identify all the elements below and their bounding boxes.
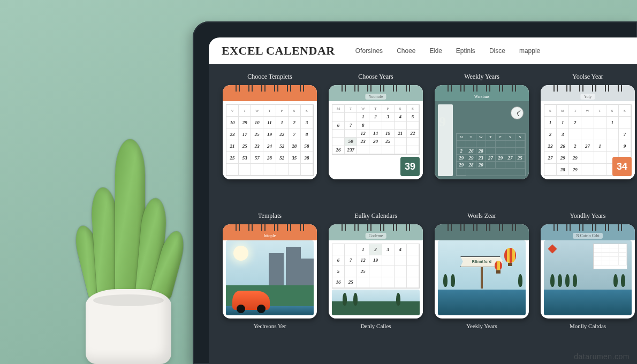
tile-title: Yondhy Years — [570, 212, 606, 220]
calendar-grid: 12346712195251625 — [332, 244, 420, 289]
scene-illustration — [544, 240, 632, 315]
scene-illustration: Rlinntford — [438, 240, 526, 315]
nav-link-0[interactable]: Oforsines — [355, 47, 383, 55]
card-head-label: Wiratnas — [471, 94, 493, 100]
screen: EXCEL CALENDAR Oforsines Choee Ekie Epti… — [209, 37, 637, 364]
card-head-label: Codeme — [366, 233, 386, 239]
template-card[interactable]: hitople — [223, 224, 317, 318]
tile-title: Worls Zear — [467, 212, 496, 220]
nav-link-5[interactable]: mapple — [519, 47, 540, 55]
nav-link-1[interactable]: Choee — [397, 47, 415, 55]
tile-caption: Denly Calles — [360, 323, 391, 329]
tile-title: Choose Years — [358, 73, 393, 81]
card-head-label: hitople — [261, 233, 279, 239]
spiral-binding-icon — [435, 224, 529, 233]
card-head-label: Yoly — [580, 94, 595, 100]
spiral-binding-icon — [223, 85, 317, 94]
spiral-binding-icon — [541, 224, 635, 233]
week-number: 9 — [439, 114, 446, 130]
spiral-binding-icon — [223, 224, 317, 233]
brand-title: EXCEL CALENDAR — [222, 44, 335, 58]
scene-illustration — [226, 240, 314, 315]
tile-templats: Templats hitople — [221, 212, 319, 338]
card-head-label: Yoonofe — [365, 94, 386, 100]
tile-title: Templats — [258, 212, 282, 220]
card-head-label: N Catrin Crht — [573, 233, 603, 239]
mini-calendar-icon — [593, 244, 627, 269]
tile-eulky-calendars: Eulky Calendars Codeme 12346712195251625 — [327, 212, 425, 338]
balloon-icon — [495, 261, 502, 270]
template-card[interactable]: Wiratnas 9 MTWTFSS2262829292327292725292… — [435, 85, 529, 179]
template-card[interactable]: VTWTFSS102910111232317251922782125232452… — [223, 85, 317, 179]
calendar-grid: VTWTFSS102910111232317251922782125232452… — [226, 104, 314, 176]
top-bar: EXCEL CALENDAR Oforsines Choee Ekie Epti… — [209, 37, 637, 64]
tile-worls-zear: Worls Zear Rlinntford — [433, 212, 531, 338]
day-badge: 39 — [400, 157, 420, 176]
tile-title: Eulky Calendars — [354, 212, 397, 220]
nav-link-2[interactable]: Ekie — [430, 47, 442, 55]
template-card[interactable]: Codeme 12346712195251625 — [329, 224, 423, 318]
tile-title: Yoolse Year — [572, 73, 603, 81]
tile-caption: Yeekly Years — [466, 323, 497, 329]
tile-choose-years: Choose Years Yoonofe MTWTFSS123456781214… — [327, 73, 425, 199]
tile-choose-templates: Chooce Templets VTWTFSS10291011123231725… — [221, 73, 319, 199]
spiral-binding-icon — [329, 85, 423, 94]
cactus-plant-decor — [59, 139, 198, 364]
tile-caption: Yechvons Yer — [254, 323, 286, 329]
tile-title: Weekly Years — [464, 73, 499, 81]
tile-yondhy-years: Yondhy Years N Catrin Crht — [539, 212, 637, 338]
day-badge: 34 — [612, 157, 632, 176]
tile-yoolse-year: Yoolse Year Yoly SMTWTSS1121237232622719… — [539, 73, 637, 199]
spiral-binding-icon — [541, 85, 635, 94]
template-grid: Chooce Templets VTWTFSS10291011123231725… — [209, 64, 637, 364]
spiral-binding-icon — [329, 224, 423, 233]
monitor-frame: EXCEL CALENDAR Oforsines Choee Ekie Epti… — [193, 21, 637, 364]
spiral-binding-icon — [435, 85, 529, 94]
clock-icon — [511, 107, 524, 119]
template-card[interactable]: Yoly SMTWTSS11212372326227192729292829 3… — [541, 85, 635, 179]
calendar-grid: MTWTFSS2262829292327292725292820 — [456, 133, 526, 176]
template-card[interactable]: Rlinntford — [435, 224, 529, 318]
tile-weekly-years: Weekly Years Wiratnas 9 MTWTFSS226282929… — [433, 73, 531, 199]
calendar-grid: MTWTFSS1234567812141921225023202526237 — [332, 104, 420, 155]
watermark-text: datarumen.com — [574, 352, 630, 361]
tile-caption: Monlly Caltdas — [570, 323, 606, 329]
template-card[interactable]: Yoonofe MTWTFSS1234567812141921225023202… — [329, 85, 423, 179]
balloon-icon — [504, 248, 516, 263]
nav-link-4[interactable]: Disce — [489, 47, 505, 55]
nav-link-3[interactable]: Eptinls — [456, 47, 475, 55]
car-icon — [232, 291, 270, 310]
tile-title: Chooce Templets — [247, 73, 292, 81]
template-card[interactable]: N Catrin Crht — [541, 224, 635, 318]
